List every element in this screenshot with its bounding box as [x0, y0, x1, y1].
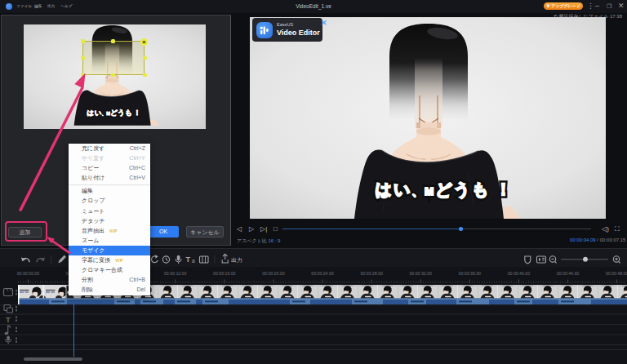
svg-text:00:00:48.00: 00:00:48.00	[606, 271, 627, 276]
svg-text:00:00:36.00: 00:00:36.00	[459, 271, 482, 276]
svg-text:a: a	[192, 258, 195, 264]
svg-text:00:00:28.00: 00:00:28.00	[360, 271, 383, 276]
svg-text:T: T	[6, 315, 11, 324]
svg-text:T: T	[186, 255, 191, 264]
svg-text:出力: 出力	[231, 257, 242, 263]
svg-text:00:00:00.00: 00:00:00.00	[17, 271, 40, 276]
svg-text:00:00:44.00: 00:00:44.00	[557, 271, 580, 276]
svg-text:00:00:40.00: 00:00:40.00	[508, 271, 531, 276]
svg-text:00:00:24.00: 00:00:24.00	[311, 271, 334, 276]
svg-text:00:00:12.00: 00:00:12.00	[164, 271, 187, 276]
svg-text:00:00:20.00: 00:00:20.00	[262, 271, 285, 276]
svg-text:00:00:32.00: 00:00:32.00	[409, 271, 432, 276]
svg-text:00:00:16.00: 00:00:16.00	[213, 271, 236, 276]
